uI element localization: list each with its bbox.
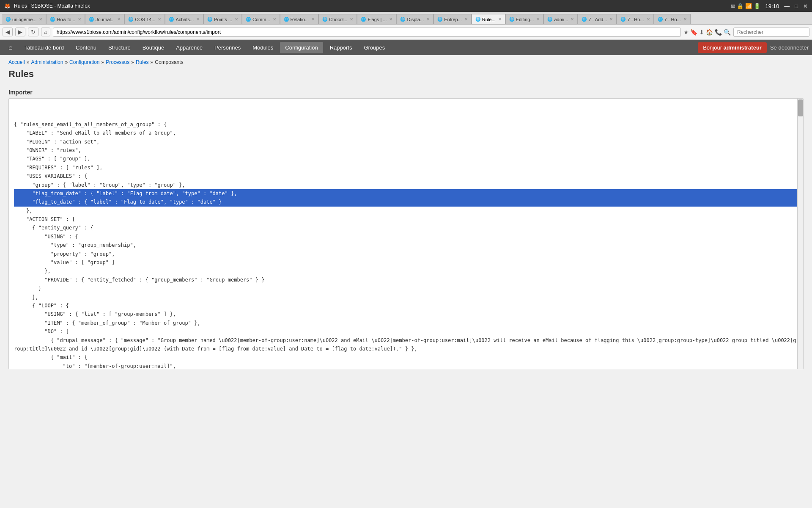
tab-close-icon[interactable]: ✕ (235, 17, 238, 22)
tab-close-icon[interactable]: ✕ (273, 17, 276, 22)
browser-tab[interactable]: 🌐unlogeme...✕ (2, 14, 46, 24)
tab-close-icon[interactable]: ✕ (571, 17, 574, 22)
tab-favicon: 🌐 (547, 17, 552, 22)
tab-close-icon[interactable]: ✕ (389, 17, 392, 22)
browser-tab[interactable]: 🌐7 - Ho...✕ (654, 14, 691, 24)
code-line: "flag_to_date" : { "label" : "Flag to da… (14, 198, 798, 206)
tab-close-icon[interactable]: ✕ (39, 17, 42, 22)
reload-button[interactable]: ↻ (28, 28, 38, 36)
tab-close-icon[interactable]: ✕ (647, 17, 650, 22)
tab-label: Points ... (214, 17, 232, 22)
tab-close-icon[interactable]: ✕ (426, 17, 430, 22)
home-button[interactable]: ⌂ (41, 28, 50, 36)
browser-tab[interactable]: 🌐Entrep...✕ (433, 14, 472, 24)
username: administrateur (724, 44, 762, 51)
sitenav-right: Bonjour administrateur Se déconnecter (698, 42, 809, 53)
code-line: "flag_from_date" : { "label" : "Flag fro… (14, 189, 798, 198)
code-line: "to" : "[member-of-group:user:mail]", (14, 362, 798, 369)
tab-favicon: 🌐 (658, 17, 663, 22)
browser-tab[interactable]: 🌐Rule...✕ (472, 14, 505, 24)
browser-tab[interactable]: 🌐Displa...✕ (396, 14, 433, 24)
breadcrumb-link[interactable]: Administration (31, 59, 63, 65)
tab-close-icon[interactable]: ✕ (196, 17, 200, 22)
tab-label: How to... (57, 17, 75, 22)
tab-label: 7 - Ho... (664, 17, 681, 22)
sitenav-item-apparence[interactable]: Apparence (171, 42, 208, 53)
code-line: "property" : "group", (14, 250, 798, 258)
tab-close-icon[interactable]: ✕ (311, 17, 315, 22)
breadcrumb-link[interactable]: Configuration (69, 59, 99, 65)
sitenav-item-structure[interactable]: Structure (103, 42, 136, 53)
breadcrumb-separator: » (65, 59, 68, 65)
bonjour-button[interactable]: Bonjour administrateur (698, 42, 767, 53)
browser-tab[interactable]: 🌐Journal...✕ (85, 14, 124, 24)
forward-button[interactable]: ▶ (15, 28, 25, 36)
breadcrumb-link[interactable]: Rules (136, 59, 149, 65)
scrollbar-thumb[interactable] (798, 99, 803, 116)
browser-tab[interactable]: 🌐Chocol...✕ (318, 14, 357, 24)
maximize-icon[interactable]: □ (795, 3, 798, 9)
tab-label: Displa... (407, 17, 424, 22)
tab-label: Journal... (96, 17, 115, 22)
breadcrumb-separator: » (131, 59, 134, 65)
sitenav-item-contenu[interactable]: Contenu (71, 42, 102, 53)
tab-favicon: 🌐 (475, 17, 480, 22)
code-line: "DO" : [ (14, 327, 798, 336)
tab-favicon: 🌐 (582, 17, 587, 22)
sitenav-item-personnes[interactable]: Personnes (209, 42, 246, 53)
tab-favicon: 🌐 (284, 17, 289, 22)
browser-tab[interactable]: 🌐admi...✕ (543, 14, 578, 24)
browser-tab[interactable]: 🌐Relatio...✕ (280, 14, 318, 24)
logout-link[interactable]: Se déconnecter (770, 44, 809, 51)
sitenav-item-tableau-de-bord[interactable]: Tableau de bord (19, 42, 69, 53)
browser-tab[interactable]: 🌐COS 14...✕ (124, 14, 165, 24)
browser-tab[interactable]: 🌐How to...✕ (46, 14, 85, 24)
breadcrumb-link[interactable]: Processus (106, 59, 129, 65)
browser-tab[interactable]: 🌐Points ...✕ (203, 14, 242, 24)
breadcrumb-link[interactable]: Accueil (8, 59, 25, 65)
tab-close-icon[interactable]: ✕ (78, 17, 81, 22)
sitenav-item-modules[interactable]: Modules (247, 42, 278, 53)
browser-tab[interactable]: 🌐Comm...✕ (242, 14, 280, 24)
tab-close-icon[interactable]: ✕ (350, 17, 353, 22)
sitenav-item-boutique[interactable]: Boutique (137, 42, 169, 53)
minimize-icon[interactable]: — (784, 3, 790, 9)
scrollbar[interactable] (797, 99, 803, 369)
back-button[interactable]: ◀ (3, 28, 13, 36)
sitenav-item-rapports[interactable]: Rapports (325, 42, 357, 53)
browser-tab[interactable]: 🌐7 - Add...✕ (578, 14, 617, 24)
close-icon[interactable]: ✕ (803, 3, 808, 9)
code-line: "PLUGIN" : "action set", (14, 138, 798, 146)
breadcrumb: Accueil»Administration»Configuration»Pro… (0, 55, 812, 67)
code-line: "LABEL" : "Send eMail to all members of … (14, 129, 798, 137)
code-line: "ITEM" : { "member_of_group" : "Member o… (14, 319, 798, 327)
code-line: "OWNER" : "rules", (14, 146, 798, 155)
code-line: }, (14, 267, 798, 275)
url-bar[interactable] (53, 28, 681, 37)
breadcrumb-separator: » (151, 59, 154, 65)
browser-tab[interactable]: 🌐Flags | ...✕ (357, 14, 396, 24)
tab-close-icon[interactable]: ✕ (498, 17, 502, 22)
tab-close-icon[interactable]: ✕ (158, 17, 161, 22)
tab-label: Relatio... (291, 17, 309, 22)
sitenav-item-groupes[interactable]: Groupes (359, 42, 390, 53)
browser-tab[interactable]: 🌐Achats...✕ (165, 14, 203, 24)
tab-favicon: 🌐 (169, 17, 174, 22)
code-line: { "LOOP" : { (14, 301, 798, 310)
tab-close-icon[interactable]: ✕ (536, 17, 540, 22)
window-title: Rules | S1BIOSE - Mozilla Firefox (14, 3, 90, 9)
tab-close-icon[interactable]: ✕ (464, 17, 468, 22)
sitenav-item-configuration[interactable]: Configuration (280, 42, 323, 53)
browser-tab[interactable]: 🌐Editing...✕ (505, 14, 544, 24)
code-editor[interactable]: { "rules_send_email_to_all_members_of_a_… (8, 98, 804, 369)
tab-close-icon[interactable]: ✕ (117, 17, 121, 22)
search-input[interactable] (733, 28, 809, 37)
sitenav-home[interactable]: ⌂ (3, 41, 18, 54)
browser-tab[interactable]: 🌐7 - Ho...✕ (617, 14, 653, 24)
tab-close-icon[interactable]: ✕ (609, 17, 613, 22)
main-content: Importer { "rules_send_email_to_all_memb… (0, 85, 812, 373)
code-line: "group" : { "label" : "Group", "type" : … (14, 181, 798, 189)
code-line: "value" : [ "group" ] (14, 258, 798, 267)
tab-favicon: 🌐 (207, 17, 212, 22)
tab-close-icon[interactable]: ✕ (683, 17, 687, 22)
